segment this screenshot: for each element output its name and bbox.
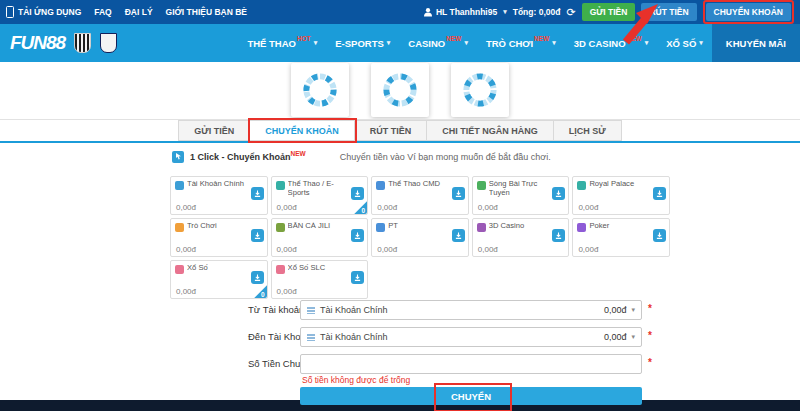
username: HL Thanhnhi95 [436, 7, 497, 17]
nav-item-esports[interactable]: E-SPORTS ▾ [326, 24, 399, 62]
nav-item-3d-casino[interactable]: 3D CASINO NEW ▾ [565, 24, 657, 62]
one-click-description: Chuyển tiền vào Ví bạn mong muốn để bắt … [340, 152, 551, 162]
wallet-tabs: GỬI TIỀN CHUYỂN KHOẢN RÚT TIỀN CHI TIẾT … [0, 120, 800, 141]
wallet-card-poker[interactable]: Poker 0,00đ [572, 218, 670, 257]
nav-label: TRÒ CHƠI [486, 38, 533, 49]
to-account-select[interactable]: Tài Khoản Chính 0,00đ ▾ [300, 327, 642, 347]
wallet-card-fishing-jili[interactable]: BẮN CÁ JILI 0,00đ [271, 218, 369, 257]
topbar-item-label: TẢI ỨNG DỤNG [18, 7, 81, 17]
nav-item-sports[interactable]: THỂ THAO HOT ▾ [238, 24, 326, 62]
wallet-corner-badge: 0 [351, 198, 367, 214]
wallet-balance: 0,00đ [176, 245, 196, 254]
topbar-item-agent[interactable]: ĐẠI LÝ [125, 7, 153, 17]
tab-deposit[interactable]: GỬI TIỀN [178, 120, 250, 141]
one-click-title-text: 1 Click - Chuyển Khoản [190, 152, 291, 162]
deposit-to-wallet-button[interactable] [552, 229, 565, 242]
transfer-button[interactable]: CHUYỂN KHOẢN [706, 3, 791, 21]
nav-label: 3D CASINO [574, 38, 626, 49]
nav-label: THỂ THAO [247, 38, 296, 49]
wallet-card-main[interactable]: Tài Khoản Chính 0,00đ [170, 176, 268, 215]
wallet-balance: 0,00đ [176, 203, 196, 212]
nav-item-games[interactable]: TRÒ CHƠI NEW ▾ [477, 24, 565, 62]
wallet-name: PT [388, 222, 451, 231]
user-icon [423, 7, 433, 17]
wallet-card-3d-casino[interactable]: 3D Casino 0,00đ [472, 218, 570, 257]
deposit-to-wallet-button[interactable] [351, 271, 364, 284]
nav-item-promotions[interactable]: KHUYẾN MÃI [712, 24, 800, 62]
wallet-name: Thể Thao / E-Sports [288, 180, 351, 198]
wallet-icon [276, 181, 285, 190]
new-badge: NEW [446, 35, 461, 42]
deposit-to-wallet-button[interactable] [452, 187, 465, 200]
hot-badge: HOT [297, 35, 311, 42]
wallet-name: 3D Casino [489, 222, 552, 231]
wallet-icon [175, 181, 184, 190]
tab-transfer[interactable]: CHUYỂN KHOẢN [250, 120, 355, 141]
page: TẢI ỨNG DỤNG FAQ ĐẠI LÝ GIỚI THIỆU BẠN B… [0, 0, 800, 411]
deposit-to-wallet-button[interactable] [653, 229, 666, 242]
tab-bank-details[interactable]: CHI TIẾT NGÂN HÀNG [427, 120, 554, 141]
tab-underline [0, 141, 800, 143]
topbar-item-label: ĐẠI LÝ [125, 7, 153, 17]
wallet-balance: 0,00đ [176, 287, 196, 296]
wallet-card-lottery[interactable]: Xổ Số 0,00đ 0 [170, 260, 268, 299]
wallet-card-live-casino[interactable]: Sòng Bài Trực Tuyến 0,00đ [472, 176, 570, 215]
wallet-name: Xổ Số SLC [288, 264, 351, 273]
topbar-item-download-app[interactable]: TẢI ỨNG DỤNG [6, 6, 81, 18]
deposit-to-wallet-button[interactable] [552, 187, 565, 200]
list-icon [307, 307, 315, 314]
fun88-logo[interactable]: FUN88 [10, 32, 65, 54]
wallet-card-royal-palace[interactable]: Royal Palace 0,00đ [572, 176, 670, 215]
refresh-icon[interactable]: ⟳ [566, 7, 575, 18]
wallet-balance: 0,00đ [578, 203, 598, 212]
topbar: TẢI ỨNG DỤNG FAQ ĐẠI LÝ GIỚI THIỆU BẠN B… [0, 0, 800, 24]
deposit-to-wallet-button[interactable] [653, 187, 666, 200]
nav-item-casino[interactable]: CASINO NEW ▾ [399, 24, 477, 62]
tab-withdraw[interactable]: RÚT TIỀN [355, 120, 428, 141]
wallet-balance: 0,00đ [478, 203, 498, 212]
amount-input[interactable] [300, 354, 642, 374]
wallet-card-sports-cmd[interactable]: Thể Thao CMD 0,00đ [371, 176, 469, 215]
from-account-value: Tài Khoản Chính [320, 305, 599, 315]
deposit-to-wallet-button[interactable] [251, 229, 264, 242]
wallet-card-sports-esports[interactable]: Thể Thao / E-Sports 0,00đ 0 [271, 176, 369, 215]
wallet-name: Sòng Bài Trực Tuyến [489, 180, 552, 198]
wallet-icon [477, 223, 486, 232]
wallet-balance: 0,00đ [578, 245, 598, 254]
wallet-card-lottery-slc[interactable]: Xổ Số SLC 0,00đ [271, 260, 369, 299]
withdraw-button[interactable]: RÚT TIỀN [641, 3, 696, 21]
deposit-to-wallet-button[interactable] [452, 229, 465, 242]
topbar-item-faq[interactable]: FAQ [94, 7, 111, 17]
wallet-card-pt[interactable]: PT 0,00đ [371, 218, 469, 257]
chevron-down-icon: ▾ [631, 306, 635, 314]
tab-history[interactable]: LỊCH SỬ [554, 120, 622, 141]
to-account-value: Tài Khoản Chính [320, 332, 599, 342]
wallet-icon [276, 223, 285, 232]
from-account-select[interactable]: Tài Khoản Chính 0,00đ ▾ [300, 300, 642, 320]
spinner-icon [460, 70, 500, 110]
to-account-balance: 0,00đ [604, 332, 627, 342]
list-icon [307, 334, 315, 341]
account-menu[interactable]: HL Thanhnhi95 ▾ [423, 7, 507, 17]
wallet-card-games[interactable]: Trò Chơi 0,00đ [170, 218, 268, 257]
transfer-submit-button[interactable]: CHUYỂN [300, 387, 642, 405]
loading-card [451, 63, 509, 117]
amount-error-message: Số tiền không được để trống [302, 375, 410, 385]
newcastle-crest-logo [74, 33, 91, 53]
wallet-balance: 0,00đ [277, 203, 297, 212]
wallet-corner-badge: 0 [251, 282, 267, 298]
deposit-button[interactable]: GỬI TIỀN [582, 3, 636, 21]
chevron-down-icon: ▾ [464, 39, 468, 47]
from-account-label: Từ Tài khoản [248, 300, 304, 320]
to-account-row: Đến Tài Khoản Tài Khoản Chính 0,00đ ▾ * [0, 327, 800, 347]
from-account-balance: 0,00đ [604, 305, 627, 315]
topbar-item-refer-friend[interactable]: GIỚI THIỆU BẠN BÈ [166, 7, 247, 17]
nav-item-lottery[interactable]: XỔ SỐ ▾ [657, 24, 712, 62]
wallet-name: Tài Khoản Chính [187, 180, 250, 189]
wallet-icon [577, 223, 586, 232]
chevron-down-icon: ▾ [314, 39, 318, 47]
nav-label: CASINO [408, 38, 445, 49]
deposit-to-wallet-button[interactable] [351, 229, 364, 242]
wallet-icon [276, 265, 285, 274]
deposit-to-wallet-button[interactable] [251, 187, 264, 200]
